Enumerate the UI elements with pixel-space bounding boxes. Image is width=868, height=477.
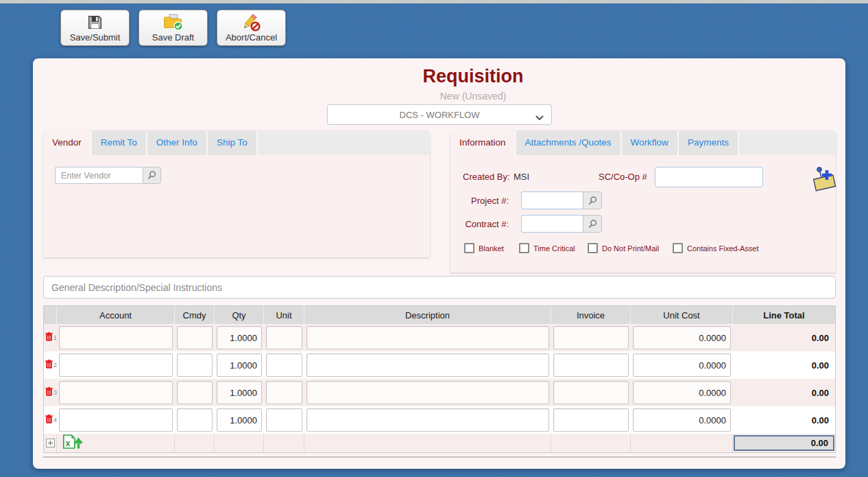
unit-cost-input[interactable]: 0.0000 xyxy=(633,326,731,349)
description-input[interactable] xyxy=(306,326,549,349)
trash-icon xyxy=(45,331,53,344)
unit-input[interactable] xyxy=(266,408,302,432)
qty-cell: 1.0000 xyxy=(215,324,264,351)
invoice-input[interactable] xyxy=(553,381,629,404)
checkbox-box[interactable] xyxy=(519,243,529,253)
save-submit-button[interactable]: Save/Submit xyxy=(60,10,130,46)
description-cell xyxy=(304,324,551,351)
account-input[interactable] xyxy=(59,381,173,404)
unit-cell xyxy=(264,379,304,406)
tab-attachments-quotes[interactable]: Attachments /Quotes xyxy=(516,130,622,155)
table-footer-row: x0.00 xyxy=(44,434,835,452)
cmdy-input[interactable] xyxy=(177,381,213,404)
trash-icon xyxy=(45,359,53,371)
abort-cancel-button[interactable]: Abort/Cancel xyxy=(217,10,286,46)
toolbar-button-label: Abort/Cancel xyxy=(226,32,277,43)
description-cell xyxy=(304,406,551,434)
project-input[interactable] xyxy=(521,191,583,209)
cmdy-input[interactable] xyxy=(177,326,213,349)
tab-information[interactable]: Information xyxy=(450,130,516,155)
unit-cost-cell: 0.0000 xyxy=(631,351,733,379)
qty-input[interactable]: 1.0000 xyxy=(217,353,262,377)
line-total-cell: 0.00 xyxy=(733,379,835,406)
qty-input[interactable]: 1.0000 xyxy=(217,381,262,404)
cmdy-input[interactable] xyxy=(177,408,213,432)
cmdy-cell xyxy=(175,406,215,434)
account-cell xyxy=(57,351,175,379)
vendor-input[interactable] xyxy=(55,167,143,184)
toolbar-button-label: Save Draft xyxy=(152,32,194,43)
unit-cost-input[interactable]: 0.0000 xyxy=(633,408,731,432)
vendor-tabs: VendorRemit ToOther InfoShip To xyxy=(43,130,430,155)
invoice-input[interactable] xyxy=(553,408,629,432)
tab-other-info[interactable]: Other Info xyxy=(147,130,208,155)
add-note-icon[interactable] xyxy=(812,165,838,195)
account-input[interactable] xyxy=(59,326,173,349)
column-header-cmdy: Cmdy xyxy=(175,306,215,324)
delete-row-cell[interactable]: 1 xyxy=(44,324,57,351)
tab-vendor[interactable]: Vendor xyxy=(43,130,92,155)
tab-workflow[interactable]: Workflow xyxy=(622,130,679,155)
sc-coop-input[interactable] xyxy=(655,167,763,187)
tab-remit-to[interactable]: Remit To xyxy=(92,130,147,155)
trash-icon xyxy=(45,414,53,426)
line-item-row: 11.00000.00000.00 xyxy=(44,324,835,351)
invoice-input[interactable] xyxy=(553,326,629,349)
description-input[interactable] xyxy=(306,353,549,377)
line-total-cell: 0.00 xyxy=(733,324,835,351)
tab-ship-to[interactable]: Ship To xyxy=(208,130,258,155)
general-description-input[interactable] xyxy=(43,276,836,299)
description-cell xyxy=(304,379,551,406)
line-total-cell: 0.00 xyxy=(733,351,835,379)
account-input[interactable] xyxy=(59,353,173,377)
unit-cell xyxy=(264,351,304,379)
qty-input[interactable]: 1.0000 xyxy=(217,408,262,432)
delete-row-cell[interactable]: 3 xyxy=(44,379,57,406)
qty-input[interactable]: 1.0000 xyxy=(217,326,262,349)
toolbar-button-label: Save/Submit xyxy=(70,32,121,43)
delete-row-cell[interactable]: 4 xyxy=(44,406,57,434)
contract-input[interactable] xyxy=(521,215,583,233)
vendor-search-button[interactable] xyxy=(143,167,161,184)
invoice-input[interactable] xyxy=(553,353,629,377)
description-input[interactable] xyxy=(306,381,549,404)
save-draft-button[interactable]: Save Draft xyxy=(138,10,208,46)
workflow-select-value: DCS - WORKFLOW xyxy=(400,110,480,120)
account-cell xyxy=(57,324,175,351)
tab-payments[interactable]: Payments xyxy=(679,130,739,155)
sc-coop-label: SC/Co-Op # xyxy=(599,172,647,182)
unit-input[interactable] xyxy=(266,353,302,377)
unit-cost-input[interactable]: 0.0000 xyxy=(633,381,731,404)
checkbox-label: Time Critical xyxy=(533,244,575,253)
checkbox-box[interactable] xyxy=(588,243,598,253)
delete-row-cell[interactable]: 2 xyxy=(44,351,57,379)
unit-input[interactable] xyxy=(266,381,302,404)
information-card: InformationAttachments /QuotesWorkflowPa… xyxy=(450,130,836,272)
account-input[interactable] xyxy=(59,408,173,432)
requisition-panel: Requisition New (Unsaved) DCS - WORKFLOW… xyxy=(33,58,845,469)
qty-cell: 1.0000 xyxy=(215,406,264,434)
contract-search-button[interactable] xyxy=(583,215,602,233)
unit-cost-cell: 0.0000 xyxy=(631,406,733,434)
excel-import-button[interactable]: x xyxy=(57,434,175,452)
column-header-invoice: Invoice xyxy=(551,306,631,324)
unit-cost-input[interactable]: 0.0000 xyxy=(633,353,731,377)
workflow-select[interactable]: DCS - WORKFLOW xyxy=(327,104,552,125)
line-item-row: 21.00000.00000.00 xyxy=(44,351,835,379)
description-input[interactable] xyxy=(306,408,549,432)
created-by-value: MSI xyxy=(514,172,529,182)
account-cell xyxy=(57,379,175,406)
cmdy-input[interactable] xyxy=(177,353,213,377)
project-search-button[interactable] xyxy=(583,191,602,209)
checkbox-box[interactable] xyxy=(464,243,474,253)
search-icon xyxy=(588,219,598,229)
invoice-cell xyxy=(551,406,631,434)
column-header-account: Account xyxy=(57,306,175,324)
checkbox-box[interactable] xyxy=(673,243,683,253)
page-title: Requisition xyxy=(423,66,524,87)
toolbar: Save/SubmitSave DraftAbort/Cancel xyxy=(60,10,286,46)
unit-cost-cell: 0.0000 xyxy=(631,379,733,406)
unit-input[interactable] xyxy=(266,326,302,349)
floppy-disk-icon xyxy=(86,13,104,31)
add-row-button[interactable] xyxy=(44,434,57,452)
